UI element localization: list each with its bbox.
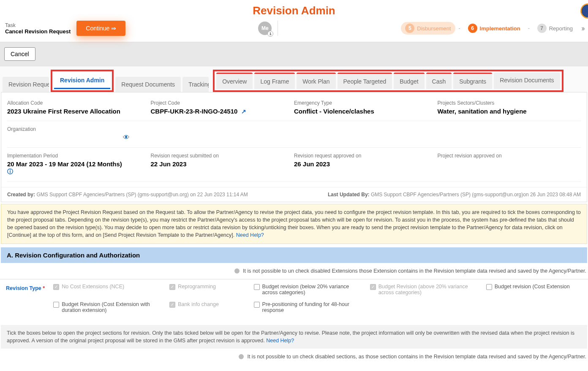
updated-label: Last Updated By: — [328, 192, 370, 198]
empty-cell — [151, 126, 294, 148]
check-label: Budget Revision (Cost Extension with dur… — [62, 301, 165, 313]
tab-log-frame[interactable]: Log Frame — [254, 73, 295, 89]
checkbox-icon[interactable] — [254, 302, 260, 308]
label: Project Code — [151, 100, 290, 106]
checkbox-icon — [53, 284, 59, 290]
tab-tracking[interactable]: Tracking — [182, 77, 209, 92]
external-link-icon[interactable]: ↗ — [241, 108, 246, 115]
info-icon[interactable]: ⓘ — [7, 168, 13, 175]
step-label: Implementation — [480, 25, 520, 32]
checkbox-icon[interactable] — [254, 284, 260, 290]
cancel-button[interactable]: Cancel — [4, 47, 35, 61]
tab-cash[interactable]: Cash — [426, 73, 452, 89]
checkbox-icon — [370, 284, 376, 290]
check-budget-cost-ext-duration[interactable]: Budget Revision (Cost Extension with dur… — [53, 301, 165, 313]
field-emergency-type: Emergency Type Conflict - Violence/clash… — [294, 100, 438, 121]
tab-subgrants[interactable]: Subgrants — [453, 73, 492, 89]
tab-overview[interactable]: Overview — [216, 73, 253, 89]
section-a-header: A. Revision Configuration and Authorizat… — [1, 247, 587, 263]
checkbox-icon[interactable] — [486, 284, 492, 290]
step-disbursement[interactable]: 5 Disbursement — [401, 22, 455, 35]
task-label: Task — [5, 22, 71, 28]
field-project-code: Project Code CBPF-UKR-23-R-INGO-24510 ↗ — [151, 100, 294, 121]
check-bank-info: Bank info change — [169, 301, 249, 313]
revision-type-row: Revision Type * No Cost Extensions (NCE)… — [0, 279, 588, 317]
step-label: Reporting — [549, 25, 573, 32]
field-implementation-period: Implementation Period 20 Mar 2023 - 19 M… — [7, 153, 151, 182]
hint-text: It is not possible to un check disabled … — [247, 354, 586, 360]
eye-icon[interactable]: 👁 — [123, 134, 130, 141]
checkbox-icon — [169, 302, 175, 308]
check-label: No Cost Extensions (NCE) — [62, 284, 124, 290]
field-organization: Organization 👁 — [7, 126, 151, 148]
label: Allocation Code — [7, 100, 147, 106]
value: CBPF-UKR-23-R-INGO-24510 ↗ — [151, 108, 290, 115]
hint-sections: It is not possible to un check disabled … — [0, 349, 588, 365]
step-num: 6 — [468, 24, 477, 33]
updated-value: GMS Support CBPF Agencies/Partners (SP) … — [371, 192, 581, 198]
check-label: Budget revision (Cost Extension — [495, 284, 570, 290]
label: Projects Sectors/Clusters — [438, 100, 577, 106]
me-avatar[interactable]: Me 1 — [258, 22, 272, 35]
checkbox-icon[interactable] — [53, 302, 59, 308]
need-help-link-2[interactable]: Need Help? — [266, 338, 294, 344]
highlight-box-2: Overview Log Frame Work Plan People Targ… — [213, 70, 563, 92]
step-sep: - — [459, 25, 460, 31]
value: 2023 Ukraine First Reserve Allocation — [7, 108, 147, 115]
empty-cell — [294, 126, 438, 148]
page-title: Revision Admin — [0, 0, 588, 21]
tab-revision-documents[interactable]: Revision Documents — [494, 73, 560, 89]
step-num: 5 — [405, 24, 414, 33]
check-nce: No Cost Extensions (NCE) — [53, 284, 165, 295]
checks-grid: No Cost Extensions (NCE) Reprogramming B… — [53, 284, 582, 313]
tab-revision-admin[interactable]: Revision Admin — [54, 73, 110, 89]
dot-icon — [239, 354, 244, 359]
step-reporting[interactable]: 7 Reporting — [533, 22, 577, 35]
check-budget-above-20: Budget Revision (above 20% variance acro… — [370, 284, 482, 295]
tab-budget[interactable]: Budget — [394, 73, 424, 89]
check-label: Budget Revision (above 20% variance acro… — [378, 284, 482, 295]
step-implementation[interactable]: 6 Implementation — [464, 22, 525, 35]
instruction-notice: You have approved the Project Revision R… — [1, 204, 587, 244]
value: 22 Jun 2023 — [151, 160, 290, 168]
check-budget-below-20[interactable]: Budget revision (below 20% variance acro… — [254, 284, 366, 295]
tabs-row: Revision Request Revision Admin Request … — [0, 66, 588, 92]
revision-type-label: Revision Type * — [6, 284, 45, 313]
tab-request-documents[interactable]: Request Documents — [115, 77, 181, 92]
tab-revision-request[interactable]: Revision Request — [3, 77, 49, 92]
step-label: Disbursement — [417, 25, 451, 32]
step-sep: - — [528, 25, 530, 31]
field-revision-approved: Revision request approved on 26 Jun 2023 — [294, 153, 438, 182]
field-sectors: Projects Sectors/Clusters Water, sanitat… — [438, 100, 581, 121]
notice-text: You have approved the Project Revision R… — [7, 209, 581, 238]
created-label: Created by: — [7, 192, 35, 198]
value: 26 Jun 2023 — [294, 160, 433, 168]
meta-row: Created by: GMS Support CBPF Agencies/Pa… — [1, 187, 587, 202]
check-label: Pre-positioning of funding for 48-hour r… — [262, 301, 366, 313]
workflow-stepper: 5 Disbursement - 6 Implementation - 7 Re… — [401, 22, 584, 35]
period-text: 20 Mar 2023 - 19 Mar 2024 (12 Months) — [7, 160, 122, 168]
continue-button[interactable]: Continue ⇒ — [76, 21, 125, 36]
highlight-box-1: Revision Admin — [51, 70, 114, 92]
label: Revision request approved on — [294, 153, 433, 159]
label: Emergency Type — [294, 100, 433, 106]
check-label: Bank info change — [178, 301, 219, 307]
check-label: Budget revision (below 20% variance acro… — [262, 284, 366, 295]
label: Project revision approved on — [438, 153, 577, 159]
check-prepositioning[interactable]: Pre-positioning of funding for 48-hour r… — [254, 301, 366, 313]
chevron-right-icon[interactable]: ›› — [580, 24, 584, 33]
need-help-link[interactable]: Need Help? — [236, 232, 264, 238]
divider — [278, 21, 278, 36]
check-reprogramming: Reprogramming — [169, 284, 249, 295]
sections-notice: Tick the boxes below to open the project… — [1, 325, 587, 349]
check-budget-cost-ext[interactable]: Budget revision (Cost Extension — [486, 284, 582, 295]
tab-people-targeted[interactable]: People Targeted — [338, 73, 392, 89]
task-name: Cancel Revision Request — [5, 28, 71, 35]
tab-work-plan[interactable]: Work Plan — [297, 73, 335, 89]
top-bar: Task Cancel Revision Request Continue ⇒ … — [0, 21, 588, 42]
me-label: Me — [261, 25, 269, 31]
label: Implementation Period — [7, 153, 147, 159]
field-project-revision-approved: Project revision approved on — [438, 153, 581, 182]
code-text: CBPF-UKR-23-R-INGO-24510 — [151, 108, 238, 115]
dot-icon — [234, 268, 240, 274]
